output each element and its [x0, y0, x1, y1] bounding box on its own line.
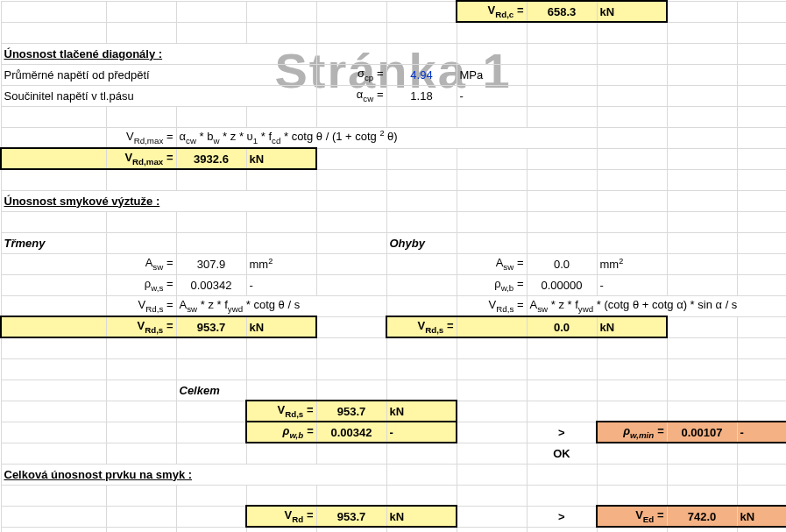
- total-rho-label: ρw,b =: [246, 422, 316, 443]
- vrdc-label: VRd,c =: [457, 1, 527, 22]
- row-subheadings: Třmeny Ohyby: [1, 232, 786, 253]
- bends-rho-unit: -: [597, 274, 667, 295]
- row-final: VRd = 953.7 kN > VEd = 742.0 kN: [1, 506, 786, 527]
- vrdc-value: 658.3: [527, 1, 597, 22]
- stirrups-asw-value: 307.9: [176, 253, 246, 274]
- calc-sheet: VRd,c = 658.3 kN Únosnost tlačené diagon…: [0, 0, 786, 532]
- stirrups-vrds-flabel: VRd,s =: [106, 295, 176, 316]
- row-sigma-cp: Průměrné napětí od předpětí σcp = 4.94 M…: [1, 64, 786, 85]
- vrdmax-unit: kN: [246, 148, 316, 169]
- vrdmax-formula-symbol: VRd,max =: [106, 127, 176, 148]
- row-vrdc: VRd,c = 658.3 kN: [1, 1, 786, 22]
- bends-vrds-value: 0.0: [527, 316, 597, 337]
- row-alpha-cw: Součinitel napětí v tl.pásu αcw = 1.18 -: [1, 85, 786, 106]
- ved-value: 742.0: [667, 506, 737, 527]
- bends-rho-value: 0.00000: [527, 274, 597, 295]
- total-vrds-unit: kN: [386, 401, 457, 422]
- row-vrdmax-result: VRd,max = 3932.6 kN: [1, 148, 786, 169]
- vrd-label: VRd =: [246, 506, 316, 527]
- bends-vrds-unit: kN: [597, 316, 667, 337]
- sigma-cp-symbol: σcp =: [316, 64, 386, 85]
- bends-vrds-flabel: VRd,s =: [457, 295, 527, 316]
- total-compare: >: [527, 422, 597, 443]
- heading-total-shear: Celková únosnost prvku na smyk :: [1, 464, 786, 485]
- vrdmax-label: VRd,max =: [106, 148, 176, 169]
- total-title: Celkem: [176, 379, 246, 401]
- section3-heading: Celková únosnost prvku na smyk :: [1, 464, 386, 485]
- heading-diagonal: Únosnost tlačené diagonály :: [1, 43, 786, 64]
- row-total-vrds: VRd,s = 953.7 kN: [1, 401, 786, 422]
- total-vrds-value: 953.7: [316, 401, 386, 422]
- bends-asw-label: Asw =: [457, 253, 527, 274]
- stirrups-vrds-unit: kN: [246, 316, 316, 337]
- total-rho-value: 0.00342: [316, 422, 386, 443]
- sigma-cp-label: Průměrné napětí od předpětí: [1, 64, 316, 85]
- vrdc-unit: kN: [597, 1, 667, 22]
- stirrups-rho-value: 0.00342: [176, 274, 246, 295]
- alpha-cw-value: 1.18: [386, 85, 457, 106]
- stirrups-asw-unit: mm2: [246, 253, 316, 274]
- stirrups-vrds-value: 953.7: [176, 316, 246, 337]
- sigma-cp-value[interactable]: 4.94: [386, 64, 457, 85]
- sigma-cp-unit: MPa: [457, 64, 527, 85]
- row-total-rho: ρw,b = 0.00342 - > ρw,min = 0.00107 -: [1, 422, 786, 443]
- bends-vrds-formula: Asw * z * fywd * (cotg θ + cotg α) * sin…: [527, 295, 786, 316]
- section2-heading: Únosnost smykové výztuže :: [1, 190, 316, 211]
- alpha-cw-label: Součinitel napětí v tl.pásu: [1, 85, 316, 106]
- rhomin-unit: -: [737, 422, 786, 443]
- row-rho: ρw,s = 0.00342 - ρw,b = 0.00000 -: [1, 274, 786, 295]
- rhomin-label: ρw,min =: [597, 422, 667, 443]
- bends-rho-label: ρw,b =: [457, 274, 527, 295]
- total-vrds-label: VRd,s =: [246, 401, 316, 422]
- bends-title: Ohyby: [386, 232, 457, 253]
- stirrups-asw-label: Asw =: [106, 253, 176, 274]
- alpha-cw-unit: -: [457, 85, 527, 106]
- row-vrds-result: VRd,s = 953.7 kN VRd,s = 0.0 kN: [1, 316, 786, 337]
- row-vrds-formula: VRd,s = Asw * z * fywd * cotg θ / s VRd,…: [1, 295, 786, 316]
- stirrups-vrds-formula: Asw * z * fywd * cotg θ / s: [176, 295, 386, 316]
- vrd-unit: kN: [386, 506, 457, 527]
- total-ok: OK: [527, 443, 597, 464]
- stirrups-rho-label: ρw,s =: [106, 274, 176, 295]
- vrdmax-formula: αcw * bw * z * υ1 * fcd * cotg θ / (1 + …: [176, 127, 597, 148]
- row-asw: Asw = 307.9 mm2 Asw = 0.0 mm2: [1, 253, 786, 274]
- final-ok: OK: [527, 527, 597, 532]
- bends-vrds-label: VRd,s =: [386, 316, 457, 337]
- stirrups-rho-unit: -: [246, 274, 316, 295]
- ved-label: VEd =: [597, 506, 667, 527]
- bends-asw-value: 0.0: [527, 253, 597, 274]
- row-vrdmax-formula: VRd,max = αcw * bw * z * υ1 * fcd * cotg…: [1, 127, 786, 148]
- vrd-value: 953.7: [316, 506, 386, 527]
- stirrups-title: Třmeny: [1, 232, 106, 253]
- stirrups-vrds-label: VRd,s =: [106, 316, 176, 337]
- bends-asw-unit: mm2: [597, 253, 667, 274]
- row-final-ok: OK: [1, 527, 786, 532]
- section1-heading: Únosnost tlačené diagonály :: [1, 43, 316, 64]
- heading-shear-reinf: Únosnost smykové výztuže :: [1, 190, 786, 211]
- row-total-ok: OK: [1, 443, 786, 464]
- ved-unit: kN: [737, 506, 786, 527]
- final-compare: >: [527, 506, 597, 527]
- alpha-cw-symbol: αcw =: [316, 85, 386, 106]
- rhomin-value: 0.00107: [667, 422, 737, 443]
- total-rho-unit: -: [386, 422, 457, 443]
- vrdmax-value: 3932.6: [176, 148, 246, 169]
